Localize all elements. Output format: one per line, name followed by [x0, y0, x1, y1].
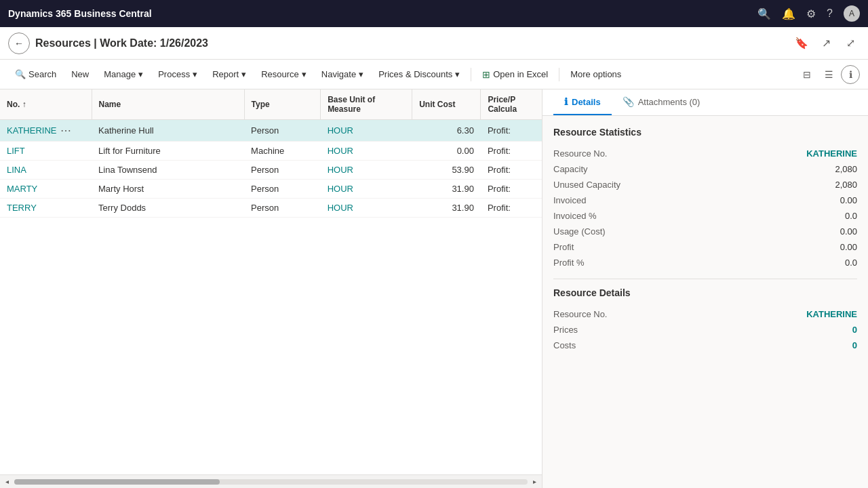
cell-no[interactable]: TERRY — [0, 199, 92, 218]
col-header-price-calc[interactable]: Price/PCalcula — [481, 89, 542, 120]
stat-value: 0.0 — [845, 258, 857, 268]
cell-type: Person — [244, 120, 321, 142]
table-row[interactable]: LINA Lina Townsend Person HOUR 53.90 Pro… — [0, 161, 542, 180]
base-unit-link[interactable]: HOUR — [328, 203, 353, 213]
main-content: No. ↑ Name Type Base Unit ofMeasure Unit… — [0, 89, 868, 488]
cell-unit-cost: 53.90 — [412, 161, 481, 180]
detail-value[interactable]: 0 — [852, 340, 857, 350]
col-header-base-unit[interactable]: Base Unit ofMeasure — [321, 89, 412, 120]
horizontal-scroll[interactable]: ◂ ▸ — [0, 474, 542, 488]
table-scroll[interactable]: No. ↑ Name Type Base Unit ofMeasure Unit… — [0, 89, 542, 474]
toolbar-separator-2 — [559, 68, 559, 81]
tab-details-label: Details — [572, 97, 601, 107]
excel-icon: ⊞ — [482, 69, 490, 80]
resources-table: No. ↑ Name Type Base Unit ofMeasure Unit… — [0, 89, 542, 218]
search-button[interactable]: 🔍 Search — [8, 64, 63, 85]
tab-attachments[interactable]: 📎 Attachments (0) — [612, 89, 711, 115]
table-row[interactable]: TERRY Terry Dodds Person HOUR 31.90 Prof… — [0, 199, 542, 218]
table-row[interactable]: MARTY Marty Horst Person HOUR 31.90 Prof… — [0, 180, 542, 199]
title-bar-icons: 🔍 🔔 ⚙ ? A — [757, 5, 860, 22]
resource-no-link[interactable]: LIFT — [7, 146, 25, 156]
details-icon: ℹ — [564, 96, 568, 107]
stat-value[interactable]: KATHERINE — [806, 148, 857, 159]
stat-label: Invoiced % — [553, 211, 597, 221]
cell-base-unit: HOUR — [321, 199, 412, 218]
toolbar-right: ⊟ ☰ ℹ — [797, 65, 860, 84]
table-row[interactable]: KATHERINE ⋯ Katherine Hull Person HOUR 6… — [0, 120, 542, 142]
expand-button[interactable]: ⤢ — [841, 34, 860, 53]
scroll-left-arrow[interactable]: ◂ — [3, 478, 12, 485]
stat-row: Resource No. KATHERINE — [553, 146, 857, 161]
stat-value: 2,080 — [835, 180, 857, 190]
new-button[interactable]: New — [64, 64, 96, 85]
prices-discounts-button[interactable]: Prices & Discounts ▾ — [372, 64, 467, 85]
settings-icon[interactable]: ⚙ — [806, 7, 816, 20]
navigate-chevron-icon: ▾ — [359, 69, 363, 79]
cell-name: Marty Horst — [92, 180, 244, 199]
navigate-button[interactable]: Navigate ▾ — [315, 64, 370, 85]
manage-chevron-icon: ▾ — [138, 69, 143, 79]
statistics-section-title: Resource Statistics — [553, 127, 857, 138]
resource-no-link[interactable]: LINA — [7, 165, 26, 175]
cell-no[interactable]: KATHERINE ⋯ — [0, 120, 92, 142]
col-header-type[interactable]: Type — [244, 89, 321, 120]
detail-value[interactable]: KATHERINE — [806, 309, 857, 319]
user-avatar[interactable]: A — [844, 5, 860, 22]
col-header-unit-cost[interactable]: Unit Cost — [412, 89, 481, 120]
resource-no-link[interactable]: MARTY — [7, 184, 37, 194]
stat-label: Unused Capacity — [553, 180, 620, 190]
prices-chevron-icon: ▾ — [455, 69, 460, 79]
scroll-right-arrow[interactable]: ▸ — [530, 478, 539, 485]
cell-name: Lift for Furniture — [92, 142, 244, 161]
help-icon[interactable]: ? — [827, 7, 833, 20]
scroll-bar-thumb — [14, 479, 220, 485]
notification-icon[interactable]: 🔔 — [782, 7, 795, 20]
cell-price-calc: Profit: — [481, 142, 542, 161]
cell-no[interactable]: LINA — [0, 161, 92, 180]
detail-panel: ℹ Details 📎 Attachments (0) Resource Sta… — [542, 89, 868, 488]
stat-row: Profit 0.00 — [553, 239, 857, 255]
report-button[interactable]: Report ▾ — [205, 64, 253, 85]
tab-details[interactable]: ℹ Details — [553, 89, 612, 115]
details-section-title: Resource Details — [553, 287, 857, 298]
stat-row: Capacity 2,080 — [553, 161, 857, 177]
list-view-button[interactable]: ☰ — [819, 65, 838, 84]
base-unit-link[interactable]: HOUR — [328, 165, 353, 175]
resource-no-link[interactable]: TERRY — [7, 203, 37, 213]
stat-row: Unused Capacity 2,080 — [553, 177, 857, 192]
filter-button[interactable]: ⊟ — [797, 65, 816, 84]
cell-price-calc: Profit: — [481, 120, 542, 142]
cell-no[interactable]: MARTY — [0, 180, 92, 199]
detail-value[interactable]: 0 — [852, 325, 857, 335]
scroll-bar-container — [14, 479, 528, 485]
table-row[interactable]: LIFT Lift for Furniture Machine HOUR 0.0… — [0, 142, 542, 161]
cell-unit-cost: 6.30 — [412, 120, 481, 142]
tab-attachments-label: Attachments (0) — [638, 97, 701, 107]
title-bar: Dynamics 365 Business Central 🔍 🔔 ⚙ ? A — [0, 0, 868, 27]
resource-chevron-icon: ▾ — [302, 69, 307, 79]
process-button[interactable]: Process ▾ — [151, 64, 204, 85]
detail-label: Prices — [553, 325, 578, 335]
base-unit-link[interactable]: HOUR — [328, 146, 353, 156]
stat-label: Profit — [553, 242, 574, 252]
section-divider — [553, 279, 857, 279]
bookmark-button[interactable]: 🔖 — [792, 34, 811, 53]
share-button[interactable]: ↗ — [816, 34, 835, 53]
search-icon[interactable]: 🔍 — [757, 7, 771, 20]
cell-unit-cost: 31.90 — [412, 199, 481, 218]
cell-no[interactable]: LIFT — [0, 142, 92, 161]
info-button[interactable]: ℹ — [841, 65, 860, 84]
resource-button[interactable]: Resource ▾ — [254, 64, 313, 85]
resource-no-link[interactable]: KATHERINE — [7, 125, 56, 136]
back-button[interactable]: ← — [8, 33, 30, 54]
row-actions-menu[interactable]: ⋯ — [59, 124, 73, 137]
more-options-button[interactable]: More options — [564, 64, 628, 85]
base-unit-link[interactable]: HOUR — [328, 184, 353, 194]
col-header-name[interactable]: Name — [92, 89, 244, 120]
cell-name: Lina Townsend — [92, 161, 244, 180]
manage-button[interactable]: Manage ▾ — [97, 64, 150, 85]
base-unit-link[interactable]: HOUR — [328, 125, 353, 136]
open-in-excel-button[interactable]: ⊞ Open in Excel — [475, 64, 555, 85]
col-header-no[interactable]: No. ↑ — [0, 89, 92, 120]
stat-label: Resource No. — [553, 148, 607, 159]
